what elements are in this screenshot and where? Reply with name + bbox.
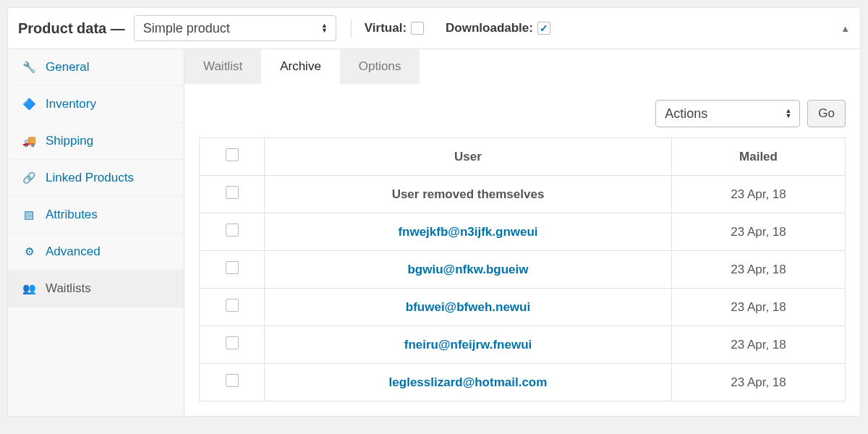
tab-bar: WaitlistArchiveOptions [184,49,860,84]
sidebar-item-attributes[interactable]: ▤Attributes [8,197,184,234]
content-area: WaitlistArchiveOptions Actions ▲▼ Go [184,49,860,416]
row-checkbox-cell [200,364,265,401]
mailed-cell: 23 Apr, 18 [672,251,846,289]
wrench-icon: 🔧 [21,61,37,74]
downloadable-checkbox[interactable] [537,22,550,35]
sidebar-item-general[interactable]: 🔧General [8,49,184,86]
tab-archive[interactable]: Archive [261,49,340,84]
virtual-label: Virtual: [365,21,407,35]
table-wrap: User Mailed User removed themselves23 Ap… [184,137,860,416]
table-row: leglesslizard@hotmail.com23 Apr, 18 [200,364,846,401]
actions-select-wrap: Actions ▲▼ [655,100,800,127]
user-cell: leglesslizard@hotmail.com [265,364,672,401]
downloadable-toggle[interactable]: Downloadable: [446,21,555,35]
user-cell: User removed themselves [265,176,672,213]
select-all-checkbox[interactable] [226,148,239,161]
sidebar-item-advanced[interactable]: ⚙Advanced [8,234,184,271]
sidebar-item-label: Linked Products [46,171,134,185]
row-checkbox[interactable] [226,299,239,312]
row-checkbox-cell [200,251,265,289]
user-link[interactable]: fneiru@nfeijrw.fnewui [404,338,532,352]
table-row: bgwiu@nfkw.bgueiw23 Apr, 18 [200,251,846,289]
sidebar-item-label: Attributes [46,208,98,222]
sidebar-item-linked-products[interactable]: 🔗Linked Products [8,160,184,197]
mailed-cell: 23 Apr, 18 [672,364,846,401]
mailed-cell: 23 Apr, 18 [672,176,846,213]
truck-icon: 🚚 [21,135,37,148]
product-type-select[interactable]: Simple product [134,15,336,41]
collapse-icon[interactable]: ▲ [841,23,850,34]
header-checkbox-cell [200,138,265,176]
link-icon: 🔗 [21,171,37,184]
product-data-panel: Product data — Simple product ▲▼ Virtual… [7,7,861,417]
panel-title: Product data — [18,20,125,37]
table-row: fnwejkfb@n3ijfk.gnweui23 Apr, 18 [200,213,846,251]
user-cell: bfuwei@bfweh.newui [265,289,672,326]
actions-select[interactable]: Actions [655,100,800,127]
tag-icon: 🔷 [21,98,37,111]
table-header-row: User Mailed [200,138,846,176]
sidebar-item-label: Waitlists [46,281,91,296]
sidebar-item-label: Shipping [46,134,93,148]
row-checkbox[interactable] [226,224,239,237]
row-checkbox[interactable] [226,374,239,387]
sidebar-item-label: General [46,60,89,75]
list-icon: ▤ [21,208,37,221]
user-link[interactable]: fnwejkfb@n3ijfk.gnweui [398,225,537,239]
tab-waitlist[interactable]: Waitlist [184,49,261,84]
row-checkbox[interactable] [226,261,239,274]
panel-body: 🔧General🔷Inventory🚚Shipping🔗Linked Produ… [8,49,860,416]
toolbar: Actions ▲▼ Go [184,84,860,137]
user-cell: fneiru@nfeijrw.fnewui [265,326,672,364]
mailed-cell: 23 Apr, 18 [672,326,846,364]
user-cell: bgwiu@nfkw.bgueiw [265,251,672,289]
user-cell: fnwejkfb@n3ijfk.gnweui [265,213,672,251]
table-row: User removed themselves23 Apr, 18 [200,176,846,213]
sidebar-item-label: Advanced [46,244,101,259]
go-button[interactable]: Go [807,100,846,127]
row-checkbox-cell [200,176,265,213]
row-checkbox-cell [200,289,265,326]
user-link[interactable]: bgwiu@nfkw.bgueiw [407,263,528,276]
panel-header: Product data — Simple product ▲▼ Virtual… [8,8,860,49]
table-row: fneiru@nfeijrw.fnewui23 Apr, 18 [200,326,846,364]
row-checkbox[interactable] [226,336,239,349]
users-icon: 👥 [21,282,37,295]
row-checkbox-cell [200,213,265,251]
gear-icon: ⚙ [21,245,37,258]
row-checkbox[interactable] [226,186,239,199]
tab-options[interactable]: Options [340,49,420,84]
user-text: User removed themselves [392,187,545,201]
downloadable-label: Downloadable: [446,21,533,35]
virtual-toggle[interactable]: Virtual: [365,21,428,35]
virtual-checkbox[interactable] [411,22,424,35]
product-type-select-wrap: Simple product ▲▼ [134,15,336,41]
table-row: bfuwei@bfweh.newui23 Apr, 18 [200,289,846,326]
row-checkbox-cell [200,326,265,364]
mailed-cell: 23 Apr, 18 [672,289,846,326]
user-link[interactable]: leglesslizard@hotmail.com [389,375,548,389]
divider [351,19,352,38]
sidebar: 🔧General🔷Inventory🚚Shipping🔗Linked Produ… [8,49,184,416]
user-link[interactable]: bfuwei@bfweh.newui [406,300,530,314]
header-user: User [265,138,672,176]
sidebar-item-label: Inventory [46,97,96,111]
sidebar-item-waitlists[interactable]: 👥Waitlists [8,271,184,307]
mailed-cell: 23 Apr, 18 [672,213,846,251]
sidebar-item-inventory[interactable]: 🔷Inventory [8,86,184,123]
archive-table: User Mailed User removed themselves23 Ap… [199,137,846,401]
header-mailed: Mailed [672,138,846,176]
sidebar-item-shipping[interactable]: 🚚Shipping [8,123,184,160]
